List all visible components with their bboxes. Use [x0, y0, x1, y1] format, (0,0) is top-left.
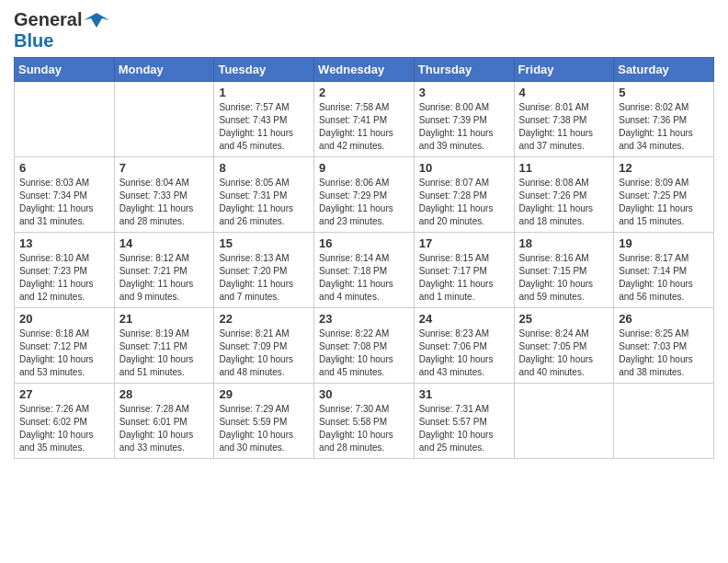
- day-info: Sunrise: 7:29 AM Sunset: 5:59 PM Dayligh…: [219, 403, 309, 454]
- day-number: 11: [519, 161, 609, 175]
- day-info: Sunrise: 8:02 AM Sunset: 7:36 PM Dayligh…: [619, 101, 709, 153]
- day-number: 7: [119, 161, 210, 175]
- day-number: 15: [219, 236, 309, 250]
- day-cell: 12Sunrise: 8:09 AM Sunset: 7:25 PM Dayli…: [614, 157, 714, 233]
- day-cell: 4Sunrise: 8:01 AM Sunset: 7:38 PM Daylig…: [514, 82, 614, 157]
- day-cell: 20Sunrise: 8:18 AM Sunset: 7:12 PM Dayli…: [15, 308, 115, 384]
- col-header-tuesday: Tuesday: [214, 58, 314, 82]
- day-number: 12: [619, 161, 709, 175]
- day-info: Sunrise: 7:31 AM Sunset: 5:57 PM Dayligh…: [419, 403, 509, 454]
- day-number: 6: [19, 161, 109, 175]
- col-header-monday: Monday: [114, 58, 214, 82]
- day-info: Sunrise: 8:18 AM Sunset: 7:12 PM Dayligh…: [19, 327, 109, 379]
- day-info: Sunrise: 7:58 AM Sunset: 7:41 PM Dayligh…: [319, 101, 409, 153]
- day-cell: 11Sunrise: 8:08 AM Sunset: 7:26 PM Dayli…: [514, 157, 614, 233]
- col-header-sunday: Sunday: [15, 58, 115, 82]
- day-cell: 30Sunrise: 7:30 AM Sunset: 5:58 PM Dayli…: [314, 384, 415, 459]
- day-number: 9: [319, 161, 409, 175]
- day-cell: 24Sunrise: 8:23 AM Sunset: 7:06 PM Dayli…: [414, 308, 514, 384]
- day-cell: 26Sunrise: 8:25 AM Sunset: 7:03 PM Dayli…: [614, 308, 714, 384]
- day-info: Sunrise: 7:57 AM Sunset: 7:43 PM Dayligh…: [219, 101, 309, 153]
- day-info: Sunrise: 8:17 AM Sunset: 7:14 PM Dayligh…: [619, 252, 709, 304]
- day-number: 30: [319, 387, 409, 401]
- day-number: 16: [319, 236, 409, 250]
- day-info: Sunrise: 8:21 AM Sunset: 7:09 PM Dayligh…: [219, 327, 309, 379]
- day-number: 27: [19, 387, 109, 401]
- day-cell: 16Sunrise: 8:14 AM Sunset: 7:18 PM Dayli…: [314, 233, 415, 308]
- day-cell: [614, 384, 714, 459]
- day-info: Sunrise: 8:00 AM Sunset: 7:39 PM Dayligh…: [419, 101, 509, 153]
- day-cell: [114, 82, 214, 157]
- day-info: Sunrise: 7:26 AM Sunset: 6:02 PM Dayligh…: [19, 403, 109, 454]
- day-info: Sunrise: 7:30 AM Sunset: 5:58 PM Dayligh…: [319, 403, 409, 454]
- day-number: 26: [619, 312, 709, 326]
- day-number: 23: [319, 312, 409, 326]
- day-info: Sunrise: 7:28 AM Sunset: 6:01 PM Dayligh…: [119, 403, 210, 454]
- day-cell: 10Sunrise: 8:07 AM Sunset: 7:28 PM Dayli…: [414, 157, 514, 233]
- day-info: Sunrise: 8:16 AM Sunset: 7:15 PM Dayligh…: [519, 252, 609, 304]
- day-cell: 23Sunrise: 8:22 AM Sunset: 7:08 PM Dayli…: [314, 308, 415, 384]
- day-number: 28: [119, 387, 210, 401]
- day-cell: 3Sunrise: 8:00 AM Sunset: 7:39 PM Daylig…: [414, 82, 514, 157]
- day-cell: 22Sunrise: 8:21 AM Sunset: 7:09 PM Dayli…: [214, 308, 314, 384]
- day-number: 29: [219, 387, 309, 401]
- day-info: Sunrise: 8:07 AM Sunset: 7:28 PM Dayligh…: [419, 177, 509, 228]
- day-cell: 14Sunrise: 8:12 AM Sunset: 7:21 PM Dayli…: [114, 233, 214, 308]
- header: General Blue: [14, 9, 714, 52]
- col-header-saturday: Saturday: [614, 58, 714, 82]
- day-number: 21: [119, 312, 210, 326]
- day-number: 20: [19, 312, 109, 326]
- day-info: Sunrise: 8:12 AM Sunset: 7:21 PM Dayligh…: [119, 252, 210, 304]
- day-cell: 28Sunrise: 7:28 AM Sunset: 6:01 PM Dayli…: [114, 384, 214, 459]
- day-cell: 25Sunrise: 8:24 AM Sunset: 7:05 PM Dayli…: [514, 308, 614, 384]
- day-cell: 8Sunrise: 8:05 AM Sunset: 7:31 PM Daylig…: [214, 157, 314, 233]
- day-cell: [15, 82, 115, 157]
- day-info: Sunrise: 8:15 AM Sunset: 7:17 PM Dayligh…: [419, 252, 509, 304]
- day-number: 22: [219, 312, 309, 326]
- day-cell: 1Sunrise: 7:57 AM Sunset: 7:43 PM Daylig…: [214, 82, 314, 157]
- day-number: 13: [19, 236, 109, 250]
- logo-general: General: [14, 9, 82, 30]
- day-cell: 2Sunrise: 7:58 AM Sunset: 7:41 PM Daylig…: [314, 82, 415, 157]
- day-info: Sunrise: 8:24 AM Sunset: 7:05 PM Dayligh…: [519, 327, 609, 379]
- day-cell: 5Sunrise: 8:02 AM Sunset: 7:36 PM Daylig…: [614, 82, 714, 157]
- day-number: 25: [519, 312, 609, 326]
- day-number: 19: [619, 236, 709, 250]
- day-cell: 27Sunrise: 7:26 AM Sunset: 6:02 PM Dayli…: [15, 384, 115, 459]
- col-header-wednesday: Wednesday: [314, 58, 415, 82]
- logo-bird-icon: [84, 11, 109, 29]
- day-number: 4: [519, 86, 609, 99]
- day-info: Sunrise: 8:05 AM Sunset: 7:31 PM Dayligh…: [219, 177, 309, 228]
- day-info: Sunrise: 8:06 AM Sunset: 7:29 PM Dayligh…: [319, 177, 409, 228]
- day-number: 14: [119, 236, 210, 250]
- day-info: Sunrise: 8:22 AM Sunset: 7:08 PM Dayligh…: [319, 327, 409, 379]
- day-number: 5: [619, 86, 709, 99]
- day-cell: 13Sunrise: 8:10 AM Sunset: 7:23 PM Dayli…: [15, 233, 115, 308]
- day-cell: 7Sunrise: 8:04 AM Sunset: 7:33 PM Daylig…: [114, 157, 214, 233]
- day-number: 18: [519, 236, 609, 250]
- day-info: Sunrise: 8:04 AM Sunset: 7:33 PM Dayligh…: [119, 177, 210, 228]
- day-cell: [514, 384, 614, 459]
- page-container: General Blue SundayMondayTuesdayWednesda…: [0, 0, 728, 473]
- day-cell: 19Sunrise: 8:17 AM Sunset: 7:14 PM Dayli…: [614, 233, 714, 308]
- day-info: Sunrise: 8:19 AM Sunset: 7:11 PM Dayligh…: [119, 327, 210, 379]
- day-cell: 6Sunrise: 8:03 AM Sunset: 7:34 PM Daylig…: [15, 157, 115, 233]
- day-number: 24: [419, 312, 509, 326]
- header-row: SundayMondayTuesdayWednesdayThursdayFrid…: [15, 58, 714, 82]
- day-cell: 17Sunrise: 8:15 AM Sunset: 7:17 PM Dayli…: [414, 233, 514, 308]
- day-number: 10: [419, 161, 509, 175]
- day-number: 31: [419, 387, 509, 401]
- week-row-4: 20Sunrise: 8:18 AM Sunset: 7:12 PM Dayli…: [15, 308, 714, 384]
- day-info: Sunrise: 8:14 AM Sunset: 7:18 PM Dayligh…: [319, 252, 409, 304]
- day-cell: 29Sunrise: 7:29 AM Sunset: 5:59 PM Dayli…: [214, 384, 314, 459]
- day-number: 17: [419, 236, 509, 250]
- col-header-thursday: Thursday: [414, 58, 514, 82]
- svg-marker-0: [84, 13, 109, 28]
- day-cell: 21Sunrise: 8:19 AM Sunset: 7:11 PM Dayli…: [114, 308, 214, 384]
- col-header-friday: Friday: [514, 58, 614, 82]
- day-info: Sunrise: 8:08 AM Sunset: 7:26 PM Dayligh…: [519, 177, 609, 228]
- day-info: Sunrise: 8:25 AM Sunset: 7:03 PM Dayligh…: [619, 327, 709, 379]
- day-cell: 18Sunrise: 8:16 AM Sunset: 7:15 PM Dayli…: [514, 233, 614, 308]
- day-info: Sunrise: 8:13 AM Sunset: 7:20 PM Dayligh…: [219, 252, 309, 304]
- day-number: 3: [419, 86, 509, 99]
